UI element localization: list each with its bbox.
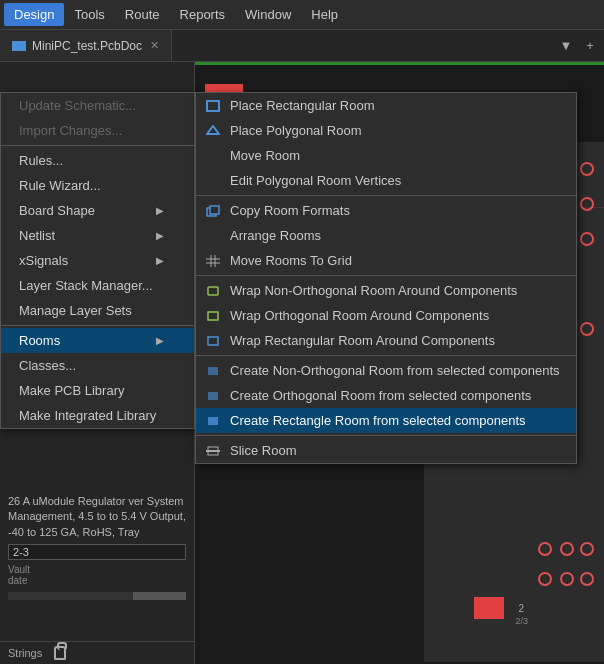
vault-label: Vault [8, 564, 186, 575]
pcb-circle-b4 [538, 572, 552, 586]
menu-help[interactable]: Help [301, 3, 348, 26]
svg-rect-13 [208, 417, 218, 425]
submenu-item-create-non-ortho[interactable]: Create Non-Orthogonal Room from selected… [196, 358, 576, 383]
submenu-item-edit-poly-vertices[interactable]: Edit Polygonal Room Vertices [196, 168, 576, 193]
svg-rect-12 [208, 392, 218, 400]
pcb-circle-6 [580, 197, 594, 211]
menu-tools[interactable]: Tools [64, 3, 114, 26]
strings-label: Strings [8, 647, 42, 659]
pcb-top-line [195, 62, 604, 65]
menu-item-classes[interactable]: Classes... [1, 353, 194, 378]
component-info-panel: 26 A uModule Regulator ver System Manage… [0, 490, 194, 604]
menu-item-import-changes[interactable]: Import Changes... [1, 118, 194, 143]
menu-item-netlist[interactable]: Netlist ▶ [1, 223, 194, 248]
pcb-circle-9 [580, 232, 594, 246]
strings-bar: Strings [0, 641, 194, 664]
pcb-circle-b1 [538, 542, 552, 556]
svg-rect-10 [208, 337, 218, 345]
menu-item-xsignals[interactable]: xSignals ▶ [1, 248, 194, 273]
menu-window[interactable]: Window [235, 3, 301, 26]
rect-room-icon [204, 99, 222, 113]
svg-marker-1 [207, 126, 219, 134]
left-sidebar: Update Schematic... Import Changes... Ru… [0, 62, 195, 664]
create-non-ortho-icon [204, 364, 222, 378]
slice-icon [204, 444, 222, 458]
submenu-item-wrap-rect[interactable]: Wrap Rectangular Room Around Components [196, 328, 576, 353]
submenu-item-wrap-non-ortho[interactable]: Wrap Non-Orthogonal Room Around Componen… [196, 278, 576, 303]
xsignals-arrow: ▶ [156, 255, 164, 266]
filter-icon[interactable]: ▼ [556, 36, 576, 56]
pcb-number-1: 2 [518, 603, 524, 614]
pin-input[interactable] [8, 544, 186, 560]
pcb-red-comp [474, 597, 504, 619]
svg-rect-9 [208, 312, 218, 320]
scrollbar-thumb[interactable] [133, 592, 186, 600]
rooms-arrow: ▶ [156, 335, 164, 346]
pcb-number-2: 2/3 [515, 616, 528, 626]
menu-item-update-schematic[interactable]: Update Schematic... [1, 93, 194, 118]
menu-sep-2 [1, 325, 194, 326]
component-desc: 26 A uModule Regulator ver System Manage… [8, 494, 186, 540]
create-rect-icon [204, 414, 222, 428]
submenu-item-wrap-ortho[interactable]: Wrap Orthogonal Room Around Components [196, 303, 576, 328]
submenu-item-move-room[interactable]: Move Room [196, 143, 576, 168]
submenu-item-slice-room[interactable]: Slice Room [196, 438, 576, 463]
submenu-item-move-rooms-to-grid[interactable]: Move Rooms To Grid [196, 248, 576, 273]
create-ortho-icon [204, 389, 222, 403]
pcb-circle-b2 [560, 542, 574, 556]
submenu-item-copy-room-formats[interactable]: Copy Room Formats [196, 198, 576, 223]
menu-reports[interactable]: Reports [170, 3, 236, 26]
update-label: date [8, 575, 186, 586]
submenu-item-arrange-rooms[interactable]: Arrange Rooms [196, 223, 576, 248]
pcb-circle-12 [580, 322, 594, 336]
add-icon[interactable]: + [580, 36, 600, 56]
menu-item-manage-layers[interactable]: Manage Layer Sets [1, 298, 194, 323]
menu-item-layer-stack[interactable]: Layer Stack Manager... [1, 273, 194, 298]
grid-icon [204, 254, 222, 268]
menu-sep-1 [1, 145, 194, 146]
submenu-item-create-rect[interactable]: Create Rectangle Room from selected comp… [196, 408, 576, 433]
menu-item-make-pcb-lib[interactable]: Make PCB Library [1, 378, 194, 403]
lock-container [48, 646, 66, 660]
tab-label: MiniPC_test.PcbDoc [32, 39, 142, 53]
submenu-item-place-poly-room[interactable]: Place Polygonal Room [196, 118, 576, 143]
wrap-ortho-icon [204, 309, 222, 323]
menubar: Design Tools Route Reports Window Help [0, 0, 604, 30]
netlist-arrow: ▶ [156, 230, 164, 241]
pcb-circle-b6 [580, 572, 594, 586]
submenu-sep-4 [196, 435, 576, 436]
tabbar: MiniPC_test.PcbDoc ✕ ▼ + [0, 30, 604, 62]
menu-design[interactable]: Design [4, 3, 64, 26]
menu-item-rooms[interactable]: Rooms ▶ [1, 328, 194, 353]
svg-rect-11 [208, 367, 218, 375]
copy-room-icon [204, 204, 222, 218]
design-dropdown-menu: Update Schematic... Import Changes... Ru… [0, 92, 195, 429]
svg-rect-3 [210, 206, 219, 214]
menu-item-board-shape[interactable]: Board Shape ▶ [1, 198, 194, 223]
tab-close-icon[interactable]: ✕ [150, 39, 159, 52]
svg-rect-8 [208, 287, 218, 295]
submenu-sep-2 [196, 275, 576, 276]
menu-item-rule-wizard[interactable]: Rule Wizard... [1, 173, 194, 198]
pin-number-row: Vault date [8, 544, 186, 586]
board-shape-arrow: ▶ [156, 205, 164, 216]
submenu-item-create-ortho[interactable]: Create Orthogonal Room from selected com… [196, 383, 576, 408]
scrollbar-track[interactable] [8, 592, 186, 600]
main-area: Update Schematic... Import Changes... Ru… [0, 62, 604, 664]
submenu-sep-1 [196, 195, 576, 196]
wrap-non-ortho-icon [204, 284, 222, 298]
lock-icon[interactable] [54, 646, 66, 660]
pcb-circle-b3 [580, 542, 594, 556]
pcb-tab[interactable]: MiniPC_test.PcbDoc ✕ [0, 30, 172, 61]
rooms-submenu: Place Rectangular Room Place Polygonal R… [195, 92, 577, 464]
menu-route[interactable]: Route [115, 3, 170, 26]
pcb-circle-3 [580, 162, 594, 176]
submenu-item-place-rect-room[interactable]: Place Rectangular Room [196, 93, 576, 118]
poly-room-icon [204, 124, 222, 138]
submenu-sep-3 [196, 355, 576, 356]
menu-item-rules[interactable]: Rules... [1, 148, 194, 173]
wrap-rect-icon [204, 334, 222, 348]
svg-rect-0 [207, 101, 219, 111]
menu-item-make-integrated-lib[interactable]: Make Integrated Library [1, 403, 194, 428]
pcb-circle-b5 [560, 572, 574, 586]
